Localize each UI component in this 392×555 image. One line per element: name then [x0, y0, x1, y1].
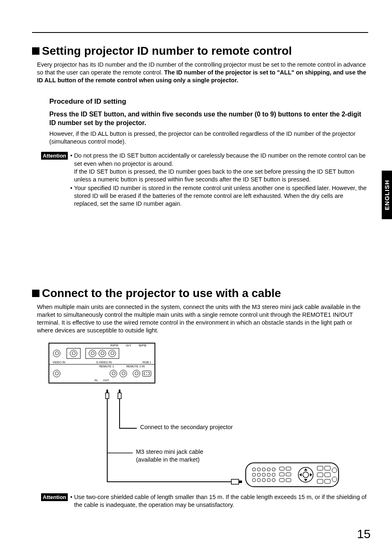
language-tab: ENGLISH [382, 171, 392, 219]
svg-rect-1 [106, 390, 108, 393]
bullet-icon: • [70, 184, 72, 208]
jack-icon [108, 350, 116, 357]
procedure-step: Press the ID SET button, and within five… [49, 110, 368, 128]
svg-rect-24 [279, 467, 284, 470]
label-out: OUT [103, 379, 109, 382]
attention-block-1: Attention •Do not press the ID SET butto… [41, 152, 368, 209]
square-bullet-icon [32, 47, 39, 55]
svg-rect-28 [279, 478, 284, 482]
label-remote1: REMOTE 1 [99, 365, 114, 368]
svg-point-37 [332, 477, 337, 482]
remote-control-illustration [245, 460, 339, 491]
svg-rect-2 [118, 393, 121, 399]
section2-intro: When multiple main units are connected i… [37, 303, 368, 334]
label-video-in: VIDEO IN [53, 361, 65, 364]
svg-rect-31 [325, 466, 330, 470]
caption-secondary: Connect to the secondary projector [140, 423, 233, 431]
label-in: IN [95, 379, 97, 382]
label-svideo-in: S-VIDEO IN [96, 361, 112, 364]
svg-point-19 [252, 478, 256, 482]
projector-rear-panel: R/PR G/Y B/PB VIDEO IN [48, 343, 155, 383]
svideo-port [67, 348, 81, 359]
svg-rect-4 [231, 479, 239, 484]
section1-intro: Every projector has its ID number and th… [37, 61, 368, 84]
svg-point-11 [262, 468, 265, 471]
page: Setting projector ID number to remote co… [0, 0, 392, 555]
svg-point-21 [262, 478, 265, 482]
jack-icon [89, 350, 96, 357]
svg-rect-35 [325, 479, 330, 483]
attention-item: •Do not press the ID SET button accident… [70, 152, 368, 183]
svg-rect-3 [119, 390, 120, 393]
horizontal-rule [32, 32, 368, 33]
jack-icon [70, 350, 77, 357]
panel-row-top [49, 346, 154, 360]
section2: Connect to the projector to use with a c… [32, 287, 368, 510]
bullet-icon: • [70, 493, 72, 509]
label-remote2: REMOTE 2 IN [126, 365, 145, 368]
port-labels-row2: REMOTE 1 REMOTE 2 IN [49, 365, 154, 368]
panel-row-bottom [49, 368, 154, 379]
remote-svg [245, 460, 339, 489]
svg-point-15 [257, 473, 261, 476]
svg-point-16 [262, 473, 265, 476]
svg-point-9 [252, 468, 256, 471]
jack-icon [99, 350, 106, 357]
serial-port-icon [142, 371, 151, 376]
jack-icon [133, 370, 140, 377]
attention-list-1: •Do not press the ID SET button accident… [70, 152, 368, 209]
svg-point-12 [267, 468, 270, 471]
svg-point-23 [272, 478, 275, 482]
attention-block-2: Attention •Use two-core shielded cable o… [41, 493, 368, 510]
section1-title-text: Setting projector ID number to remote co… [42, 44, 292, 58]
svg-point-18 [272, 473, 275, 476]
port-labels-row1: VIDEO IN S-VIDEO IN RGB 1 [49, 360, 154, 364]
remote1-out-jack [120, 370, 127, 377]
procedure-body: However, if the ID ALL button is pressed… [49, 130, 368, 146]
svg-rect-30 [317, 466, 323, 470]
svg-point-17 [267, 473, 270, 476]
svg-point-8 [303, 472, 309, 478]
attention-item: •Your specified ID number is stored in t… [70, 184, 368, 208]
label-gy: G/Y [126, 344, 131, 347]
svg-rect-0 [106, 393, 109, 399]
label-bpb: B/PB [139, 344, 146, 347]
rgb-ports [85, 348, 119, 359]
svg-rect-29 [286, 478, 291, 482]
caption-cable: M3 stereo mini jack cable (available in … [136, 448, 218, 464]
svg-rect-26 [279, 473, 284, 476]
svg-point-14 [252, 473, 256, 476]
attention-text: Do not press the ID SET button accidenta… [74, 152, 368, 183]
attention-list-2: •Use two-core shielded cable of length s… [70, 493, 368, 510]
label-rpr: R/PR [111, 344, 118, 347]
section2-title: Connect to the projector to use with a c… [32, 287, 368, 300]
svg-rect-34 [317, 479, 323, 483]
svg-rect-32 [317, 473, 323, 477]
page-number: 15 [357, 527, 371, 541]
svg-rect-33 [325, 473, 330, 477]
jack-icon [53, 350, 60, 357]
remote1-in-jack [110, 370, 117, 377]
label-rgb1: RGB 1 [143, 361, 151, 364]
svg-rect-27 [286, 473, 291, 476]
section1-title: Setting projector ID number to remote co… [32, 44, 368, 58]
svg-point-13 [272, 468, 275, 471]
square-bullet-icon [32, 290, 39, 297]
attention-text: Use two-core shielded cable of length sm… [74, 493, 368, 509]
jack-icon [53, 370, 60, 377]
attention-label: Attention [41, 493, 68, 501]
attention-text: Your specified ID number is stored in th… [74, 184, 368, 208]
svg-rect-25 [286, 467, 291, 470]
svg-point-22 [267, 478, 270, 482]
svg-rect-5 [239, 481, 242, 483]
section2-title-text: Connect to the projector to use with a c… [42, 287, 281, 300]
attention-item: •Use two-core shielded cable of length s… [70, 493, 368, 509]
svg-point-10 [257, 468, 261, 471]
bullet-icon: • [70, 152, 72, 183]
in-out-labels: IN OUT [49, 379, 154, 383]
svg-point-20 [257, 478, 261, 482]
connection-diagram: R/PR G/Y B/PB VIDEO IN [48, 343, 368, 491]
attention-label: Attention [41, 152, 68, 160]
procedure-heading: Procedure of ID setting [49, 98, 368, 106]
svg-point-36 [332, 468, 337, 473]
